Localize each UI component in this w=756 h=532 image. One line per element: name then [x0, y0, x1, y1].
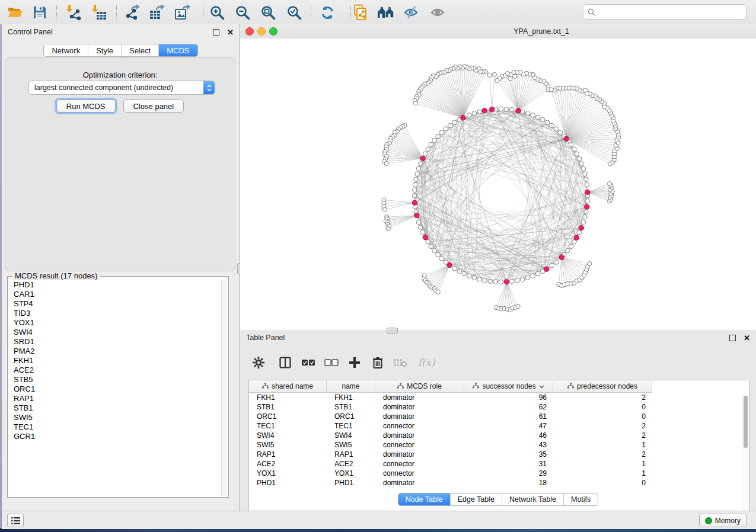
open-folder-icon[interactable] — [7, 4, 24, 21]
table-header-row: shared namenameMCDS rolesuccessor nodesp… — [249, 380, 749, 393]
table-row[interactable]: STB1STB1dominator620 — [249, 402, 749, 412]
result-scrollbar[interactable] — [221, 280, 227, 496]
task-history-button[interactable] — [7, 514, 24, 527]
close-panel-button[interactable]: Close panel — [123, 100, 184, 113]
column-header-mcds-role[interactable]: MCDS role — [375, 380, 464, 393]
zoom-in-icon[interactable] — [208, 4, 226, 21]
zoom-selected-icon[interactable] — [285, 4, 303, 21]
table-cell: connector — [375, 469, 464, 478]
list-item[interactable]: CAR1 — [14, 290, 221, 299]
table-cell: 47 — [464, 421, 553, 431]
list-item[interactable]: ORC1 — [14, 384, 221, 394]
table-row[interactable]: SWI4SWI4dominator462 — [249, 431, 749, 440]
table-row[interactable]: ORC1ORC1dominator610 — [249, 412, 749, 421]
table-row[interactable]: SWI5SWI5connector431 — [249, 440, 749, 450]
network-overview-icon[interactable] — [377, 4, 395, 21]
save-icon[interactable] — [31, 4, 49, 21]
table-row[interactable]: TEC1TEC1connector472 — [249, 421, 749, 431]
shared-column-icon — [397, 382, 404, 390]
select-all-checkboxes-icon[interactable] — [301, 355, 316, 370]
list-item[interactable]: STP4 — [14, 299, 221, 309]
export-table-icon[interactable] — [148, 4, 165, 21]
maximize-window-icon[interactable] — [269, 27, 277, 36]
horizontal-splitter-handle[interactable] — [387, 328, 398, 334]
criterion-dropdown[interactable]: largest connected component (undirected) — [28, 81, 215, 95]
settings-gear-icon[interactable] — [251, 355, 266, 370]
deselect-all-checkboxes-icon[interactable] — [324, 355, 339, 370]
import-network-icon[interactable] — [65, 4, 82, 21]
table-cell: 2 — [553, 421, 652, 431]
list-item[interactable]: STB5 — [14, 375, 221, 384]
export-network-icon[interactable] — [123, 4, 141, 21]
list-item[interactable]: SWI5 — [14, 413, 221, 422]
sort-chevron-icon — [539, 382, 544, 390]
list-item[interactable]: SRD1 — [14, 337, 221, 347]
hide-graphics-icon[interactable] — [403, 4, 420, 21]
list-item[interactable]: SWI4 — [14, 328, 221, 337]
float-panel-icon[interactable] — [213, 29, 219, 36]
table-cell: ORC1 — [249, 412, 327, 421]
table-scrollbar-thumb[interactable] — [744, 396, 748, 448]
list-item[interactable]: YOX1 — [14, 318, 221, 328]
delete-row-icon[interactable] — [370, 355, 385, 370]
export-image-icon[interactable] — [173, 4, 191, 21]
list-item[interactable]: TID3 — [14, 309, 221, 318]
shared-column-icon — [262, 382, 269, 390]
table-cell: 2 — [553, 393, 652, 402]
network-canvas[interactable] — [240, 39, 756, 330]
show-graphics-icon[interactable] — [429, 4, 447, 21]
column-header-successor-nodes[interactable]: successor nodes — [464, 380, 553, 393]
mcds-result-group: MCDS result (17 nodes) PHD1CAR1STP4TID3Y… — [7, 276, 229, 498]
network-document-icon[interactable] — [352, 4, 369, 21]
table-cell: 0 — [553, 412, 652, 421]
import-table-icon[interactable] — [90, 4, 108, 21]
tab-edge-table[interactable]: Edge Table — [451, 493, 502, 505]
table-row[interactable]: PHD1PHD1dominator180 — [249, 478, 749, 488]
refresh-layout-icon[interactable] — [318, 4, 336, 21]
list-item[interactable]: TEC1 — [14, 422, 221, 432]
list-item[interactable]: FKH1 — [14, 356, 221, 366]
tab-mcds[interactable]: MCDS — [159, 44, 197, 56]
table-cell: RAP1 — [249, 450, 327, 459]
table-cell: 1 — [553, 469, 652, 478]
table-cell: dominator — [375, 450, 464, 459]
zoom-out-icon[interactable] — [234, 4, 251, 21]
status-bar: Memory — [2, 511, 756, 529]
zoom-fit-icon[interactable] — [259, 4, 277, 21]
column-layout-icon[interactable] — [277, 355, 293, 370]
table-row[interactable]: ACE2ACE2connector311 — [249, 459, 749, 469]
list-item[interactable]: STB1 — [14, 403, 221, 413]
list-item[interactable]: PMA2 — [14, 347, 221, 356]
run-mcds-button[interactable]: Run MCDS — [56, 100, 116, 113]
table-cell: 0 — [553, 478, 652, 488]
table-row[interactable]: YOX1YOX1connector291 — [249, 469, 749, 478]
close-table-panel-icon[interactable]: ✕ — [744, 334, 750, 342]
shared-column-icon — [473, 382, 479, 390]
tab-node-table[interactable]: Node Table — [398, 493, 451, 505]
search-field[interactable] — [583, 4, 747, 20]
column-header-predecessor-nodes[interactable]: predecessor nodes — [553, 380, 652, 393]
column-header-shared-name[interactable]: shared name — [249, 380, 327, 393]
tab-motifs[interactable]: Motifs — [564, 493, 598, 505]
column-header-name[interactable]: name — [327, 380, 375, 393]
tab-network[interactable]: Network — [44, 44, 88, 56]
add-row-icon[interactable] — [347, 355, 362, 370]
minimize-window-icon[interactable] — [257, 27, 266, 36]
table-row[interactable]: RAP1RAP1dominator352 — [249, 450, 749, 459]
search-input[interactable] — [595, 6, 746, 18]
criterion-value: largest connected component (undirected) — [29, 84, 203, 92]
memory-button[interactable]: Memory — [699, 514, 747, 527]
list-item[interactable]: ACE2 — [14, 366, 221, 375]
tab-style[interactable]: Style — [88, 44, 122, 56]
list-icon — [11, 517, 20, 524]
list-item[interactable]: PHD1 — [14, 280, 221, 290]
tab-network-table[interactable]: Network Table — [502, 493, 564, 505]
tab-select[interactable]: Select — [122, 44, 159, 56]
table-panel: Table Panel ✕ — [240, 330, 756, 511]
close-window-icon[interactable] — [245, 27, 254, 36]
table-row[interactable]: FKH1FKH1dominator962 — [249, 393, 749, 402]
list-item[interactable]: RAP1 — [14, 394, 221, 403]
float-table-panel-icon[interactable] — [729, 335, 736, 341]
list-item[interactable]: GCR1 — [14, 432, 221, 441]
close-panel-icon[interactable]: ✕ — [227, 28, 234, 36]
